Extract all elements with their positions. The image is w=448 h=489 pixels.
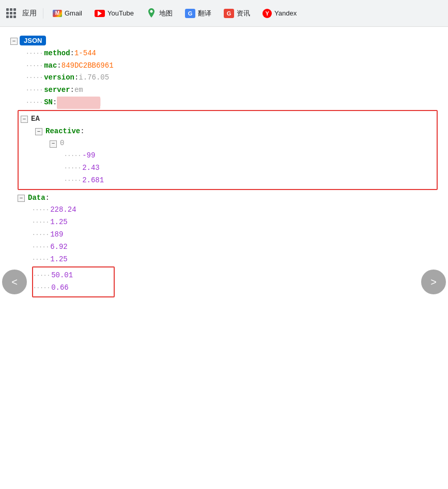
sn-key: SN [44,97,53,109]
reactive-val-0: ····· -99 [19,150,437,162]
reactive-collapse-btn[interactable]: − [35,128,42,135]
reactive-value-0: -99 [82,150,95,162]
highlighted-data-section: ····· 50.01 ····· 0.66 [32,266,115,297]
reactive-val-2: ····· 2.681 [19,175,437,187]
bookmark-maps[interactable]: 地图 [143,6,176,21]
data-value-3: 6.92 [50,241,68,254]
ea-collapse-btn[interactable]: − [21,116,28,123]
ea-header: − EA [19,113,437,125]
apps-icon[interactable] [6,8,16,18]
ea-label: EA [31,113,40,125]
yandex-icon: Y [262,9,272,18]
data-val-2: ····· 189 [10,229,438,241]
nav-next-button[interactable]: > [421,270,446,294]
server-connector: ····· [26,86,43,96]
method-val: 1-544 [74,48,96,60]
mac-row: ····· mac : 849DC2BB6961 [10,60,438,72]
sn-connector: ····· [26,98,43,108]
server-val: em [74,84,83,97]
version-row: ····· version : i.76.05 [10,72,438,84]
reactive-header: − Reactive : [19,125,437,138]
data-header: − Data : [10,192,438,204]
mac-key: mac [44,60,57,72]
data-collapse-btn[interactable]: − [18,195,25,202]
bookmark-youtube[interactable]: YouTube [91,7,137,19]
method-connector: ····· [26,49,43,59]
data-highlighted-val-1: ····· 0.66 [33,282,114,294]
data-highlighted-value-1: 0.66 [51,282,69,294]
bookmark-translate[interactable]: G 翻译 [182,7,214,20]
svg-point-0 [150,10,153,12]
reactive-index-label: 0 [60,137,64,150]
data-highlighted-value-0: 50.01 [51,270,73,282]
data-val-1: ····· 1.25 [10,216,438,229]
apps-label: 应用 [22,9,37,18]
data-label: Data [28,192,45,204]
browser-toolbar: 应用 M Gmail YouTube 地图 G 翻译 G 资讯 Y Yandex [0,0,448,27]
data-value-4: 1.25 [50,254,68,266]
reactive-key: Reactive [45,125,80,138]
reactive-val-1: ····· 2.43 [19,162,437,175]
toolbar-divider [43,8,43,19]
translate-icon: G [185,9,195,18]
data-val-0: ····· 228.24 [10,204,438,216]
yandex-label: Yandex [274,9,297,17]
data-value-2: 189 [50,229,63,241]
json-root-line: − JSON [10,35,438,48]
nav-prev-button[interactable]: < [2,270,27,294]
version-key: version [44,72,74,84]
sn-val: ██████████ [57,97,100,109]
version-connector: ····· [26,73,43,83]
data-value-1: 1.25 [50,216,68,229]
maps-label: 地图 [159,9,173,18]
json-tree: − JSON ····· method : 1-544 ····· mac : … [10,35,438,298]
version-val: i.76.05 [79,72,109,84]
youtube-label: YouTube [107,9,134,17]
gmail-icon: M [53,10,62,17]
next-icon: > [430,276,437,288]
data-highlighted-val-0: ····· 50.01 [33,270,114,282]
bookmark-news[interactable]: G 资讯 [221,7,253,20]
data-val-3: ····· 6.92 [10,241,438,254]
mac-val: 849DC2BB6961 [61,60,114,72]
data-val-4: ····· 1.25 [10,254,438,266]
main-content: < > − JSON ····· method : 1-544 ····· ma… [0,27,448,489]
json-badge: JSON [20,36,46,45]
translate-label: 翻译 [198,9,211,18]
reactive-index: − 0 [19,137,437,150]
maps-icon [146,8,157,19]
method-key: method [44,48,70,60]
bookmark-yandex[interactable]: Y Yandex [259,7,300,20]
ea-section: − EA − Reactive : − 0 ····· -99 ····· 2 [18,110,438,190]
reactive-value-2: 2.681 [82,175,104,187]
server-key: server [44,84,70,97]
data-value-0: 228.24 [50,204,76,216]
reactive-value-1: 2.43 [82,162,100,175]
data-section: − Data : ····· 228.24 ····· 1.25 ····· 1… [10,192,438,298]
root-collapse-btn[interactable]: − [10,38,18,45]
prev-icon: < [11,276,18,288]
news-icon: G [224,9,234,18]
sn-row: ····· SN : ██████████ [10,97,438,109]
news-label: 资讯 [237,9,250,18]
method-row: ····· method : 1-544 [10,48,438,60]
index-collapse-btn[interactable]: − [50,140,57,148]
mac-connector: ····· [26,61,43,71]
youtube-icon [95,10,105,17]
gmail-label: Gmail [65,9,82,17]
server-row: ····· server : em [10,84,438,97]
bookmark-gmail[interactable]: M Gmail [50,7,85,19]
